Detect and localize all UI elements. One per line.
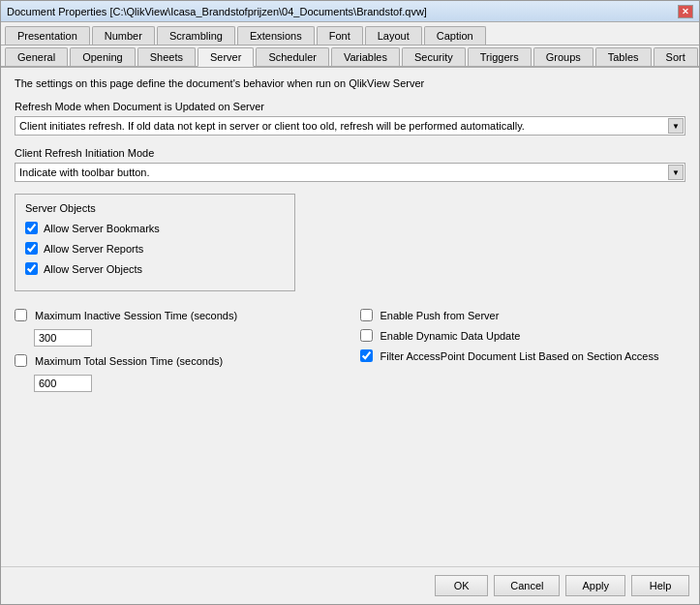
tab-variables[interactable]: Variables [331,47,400,66]
enable-push-row: Enable Push from Server [360,309,686,321]
document-properties-window: Document Properties [C:\QlikView\Icasa_B… [0,0,700,605]
tab-number[interactable]: Number [92,26,155,45]
refresh-mode-dropdown[interactable]: Client initiates refresh. If old data no… [15,116,685,136]
tab-opening[interactable]: Opening [70,47,136,66]
tab-caption[interactable]: Caption [424,26,486,45]
max-total-checkbox[interactable] [15,354,27,367]
tab-server[interactable]: Server [198,47,254,67]
tab-scrambling[interactable]: Scrambling [157,26,235,45]
allow-bookmarks-label: Allow Server Bookmarks [44,223,160,234]
tab-security[interactable]: Security [402,47,466,66]
allow-bookmarks-checkbox[interactable] [25,222,38,234]
filter-accesspoint-checkbox[interactable] [360,349,373,362]
title-bar: Document Properties [C:\QlikView\Icasa_B… [1,1,699,22]
client-refresh-dropdown-container: Indicate with toolbar button. ▼ [15,163,685,182]
allow-reports-row: Allow Server Reports [25,242,285,255]
allow-objects-label: Allow Server Objects [44,263,142,275]
footer: OK Cancel Apply Help [1,566,699,604]
filter-accesspoint-row: Filter AccessPoint Document List Based o… [360,349,686,362]
tab-triggers[interactable]: Triggers [468,47,532,66]
tab-font[interactable]: Font [317,26,363,45]
tab-sheets[interactable]: Sheets [137,47,196,66]
tabs-row2: General Opening Sheets Server Scheduler … [1,45,699,68]
apply-button[interactable]: Apply [565,575,625,596]
max-total-row: Maximum Total Session Time (seconds) [15,354,341,367]
enable-dynamic-checkbox[interactable] [360,329,373,342]
refresh-mode-dropdown-container: Client initiates refresh. If old data no… [15,116,685,136]
tab-extensions[interactable]: Extensions [237,26,315,45]
client-refresh-dropdown[interactable]: Indicate with toolbar button. [15,163,685,182]
max-inactive-label: Maximum Inactive Session Time (seconds) [35,310,237,321]
tab-sort[interactable]: Sort [654,47,698,66]
allow-reports-label: Allow Server Reports [44,243,143,255]
server-objects-box: Server Objects Allow Server Bookmarks Al… [15,194,295,291]
right-section: Enable Push from Server Enable Dynamic D… [360,309,686,400]
help-button[interactable]: Help [631,575,689,596]
tab-general[interactable]: General [5,47,68,66]
close-button[interactable]: ✕ [678,5,693,18]
bottom-section: Maximum Inactive Session Time (seconds) … [15,309,685,400]
tab-groups[interactable]: Groups [533,47,593,66]
client-refresh-label: Client Refresh Initiation Mode [15,147,685,159]
tab-scheduler[interactable]: Scheduler [256,47,329,66]
filter-accesspoint-label: Filter AccessPoint Document List Based o… [380,350,659,362]
enable-push-label: Enable Push from Server [380,310,500,321]
allow-objects-row: Allow Server Objects [25,262,285,275]
max-inactive-row: Maximum Inactive Session Time (seconds) [15,309,341,321]
max-total-input[interactable] [34,375,92,392]
enable-push-checkbox[interactable] [360,309,373,321]
window-title: Document Properties [C:\QlikView\Icasa_B… [7,6,427,17]
tab-layout[interactable]: Layout [365,26,422,45]
enable-dynamic-row: Enable Dynamic Data Update [360,329,686,342]
ok-button[interactable]: OK [435,575,488,596]
max-total-label: Maximum Total Session Time (seconds) [35,355,223,367]
allow-reports-checkbox[interactable] [25,242,38,255]
info-text: The settings on this page define the doc… [15,77,685,89]
server-objects-title: Server Objects [25,202,285,214]
left-section: Maximum Inactive Session Time (seconds) … [15,309,341,400]
tab-tables[interactable]: Tables [595,47,652,66]
refresh-mode-label: Refresh Mode when Document is Updated on… [15,101,685,112]
max-inactive-checkbox[interactable] [15,309,27,321]
max-inactive-input[interactable] [34,329,92,347]
tabs-row1: Presentation Number Scrambling Extension… [1,22,699,45]
tab-presentation[interactable]: Presentation [5,26,90,45]
enable-dynamic-label: Enable Dynamic Data Update [380,330,521,342]
allow-bookmarks-row: Allow Server Bookmarks [25,222,285,234]
cancel-button[interactable]: Cancel [494,575,560,596]
content-area: The settings on this page define the doc… [1,68,699,566]
allow-objects-checkbox[interactable] [25,262,38,275]
